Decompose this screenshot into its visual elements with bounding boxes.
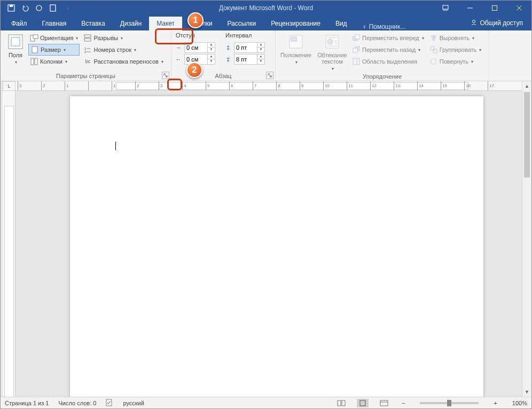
spacing-after-input[interactable]: ▲▼ xyxy=(234,54,265,65)
svg-rect-35 xyxy=(353,58,359,65)
hyphenation-icon: bc xyxy=(83,57,92,66)
svg-rect-45 xyxy=(360,400,365,406)
line-numbers-button[interactable]: 12Номера строк▾ xyxy=(82,44,165,56)
print-layout-button[interactable] xyxy=(357,399,369,407)
share-button[interactable]: Общий доступ xyxy=(465,16,528,30)
svg-rect-3 xyxy=(50,5,56,11)
vertical-ruler[interactable] xyxy=(3,91,15,397)
tab-design[interactable]: Дизайн xyxy=(113,17,149,30)
new-doc-icon[interactable] xyxy=(49,4,57,12)
svg-rect-34 xyxy=(353,48,357,52)
status-language[interactable]: русский xyxy=(123,400,144,406)
qat-customize-icon[interactable]: ▾ xyxy=(64,4,72,12)
undo-icon[interactable] xyxy=(21,4,29,12)
breaks-button[interactable]: Разрывы▾ xyxy=(82,32,165,44)
zoom-level[interactable]: 100% xyxy=(512,400,527,406)
ruler-corner[interactable]: L xyxy=(3,81,15,91)
size-icon xyxy=(30,45,39,54)
ruler-v-active xyxy=(4,106,14,397)
svg-rect-41 xyxy=(433,49,437,53)
text-cursor xyxy=(115,142,116,150)
send-backward-button: Переместить назад▾ xyxy=(350,44,426,56)
rotate-icon xyxy=(429,57,438,66)
svg-rect-44 xyxy=(342,400,345,406)
zoom-slider-thumb[interactable] xyxy=(447,400,451,406)
selection-pane-icon xyxy=(352,57,361,66)
tab-insert[interactable]: Вставка xyxy=(74,17,113,30)
title-bar: ▾ Документ Microsoft Word - Word xyxy=(1,1,531,16)
scroll-up-button[interactable]: ▲ xyxy=(522,81,531,91)
tab-layout[interactable]: Макет xyxy=(149,17,182,30)
size-button[interactable]: Размер▾ xyxy=(28,44,80,56)
indent-left-input[interactable]: ▲▼ xyxy=(184,42,215,53)
group-page-setup: Поля ▾ Ориентация▾ Размер▾ Колонки▾ Разр… xyxy=(1,30,171,81)
chevron-down-icon: ▾ xyxy=(15,60,17,65)
ribbon-options-button[interactable] xyxy=(433,1,458,16)
tell-me-search[interactable]: ♀ Помощник... xyxy=(358,23,410,30)
position-button: Положение▾ xyxy=(278,32,314,72)
status-page[interactable]: Страница 1 из 1 xyxy=(5,400,49,406)
minimize-button[interactable] xyxy=(458,1,482,16)
maximize-button[interactable] xyxy=(482,1,507,16)
ribbon: Поля ▾ Ориентация▾ Размер▾ Колонки▾ Разр… xyxy=(1,30,531,81)
read-mode-button[interactable] xyxy=(335,399,347,407)
margins-button[interactable]: Поля ▾ xyxy=(3,32,28,72)
svg-rect-17 xyxy=(84,35,91,37)
spacing-before-icon: ‡ xyxy=(223,44,233,51)
window-title: Документ Microsoft Word - Word xyxy=(219,4,313,12)
svg-point-9 xyxy=(473,20,475,22)
svg-point-2 xyxy=(36,5,42,11)
arrange-label: Упорядочение xyxy=(278,72,487,81)
indent-right-input[interactable]: ▲▼ xyxy=(184,54,215,65)
web-layout-button[interactable] xyxy=(378,399,390,407)
orientation-button[interactable]: Ориентация▾ xyxy=(28,32,80,44)
status-proofing-icon[interactable] xyxy=(106,399,113,407)
window-controls xyxy=(433,1,531,16)
tab-review[interactable]: Рецензирование xyxy=(263,17,328,30)
scroll-down-button[interactable]: ▼ xyxy=(522,387,531,397)
tab-mailings[interactable]: Рассылки xyxy=(220,17,263,30)
tab-file[interactable]: Файл xyxy=(4,17,35,30)
zoom-out-button[interactable]: − xyxy=(400,400,407,406)
close-button[interactable] xyxy=(507,1,531,16)
group-objects-button: Группировать▾ xyxy=(428,44,483,56)
svg-rect-39 xyxy=(433,38,435,40)
svg-rect-13 xyxy=(33,35,38,38)
ribbon-tab-strip: Файл Главная Вставка Дизайн Макет Ссылки… xyxy=(1,16,531,30)
svg-rect-46 xyxy=(380,400,388,406)
send-backward-icon xyxy=(352,45,361,54)
status-words[interactable]: Число слов: 0 xyxy=(58,400,96,406)
tab-view[interactable]: Вид xyxy=(328,17,355,30)
hyphenation-button[interactable]: bcРасстановка переносов▾ xyxy=(82,56,165,67)
spacing-before-input[interactable]: ▲▼ xyxy=(234,42,265,53)
svg-rect-6 xyxy=(492,6,497,11)
tab-home[interactable]: Главная xyxy=(35,17,74,30)
scroll-thumb[interactable] xyxy=(524,92,530,178)
position-icon xyxy=(287,33,304,50)
vertical-scrollbar[interactable]: ▲ ▼ xyxy=(522,81,531,397)
line-numbers-icon: 12 xyxy=(83,45,92,54)
horizontal-ruler[interactable]: 3211234567891011121314151617 xyxy=(15,81,522,91)
svg-rect-32 xyxy=(355,35,359,39)
page-setup-launcher[interactable] xyxy=(162,72,169,79)
align-button: Выровнять▾ xyxy=(428,32,483,44)
zoom-in-button[interactable]: + xyxy=(491,400,499,406)
paragraph-launcher[interactable] xyxy=(266,72,273,79)
svg-text:2: 2 xyxy=(84,50,87,53)
breaks-icon xyxy=(83,34,92,42)
spacing-header: Интервал xyxy=(223,32,273,42)
group-arrange: Положение▾ Обтекание текстом▾ Переместит… xyxy=(276,30,489,81)
save-icon[interactable] xyxy=(7,4,15,12)
redo-icon[interactable] xyxy=(35,4,43,12)
group-icon xyxy=(429,45,438,54)
callout-1: 1 xyxy=(187,12,204,28)
document-page[interactable] xyxy=(70,96,483,397)
svg-point-26 xyxy=(327,39,333,44)
svg-rect-10 xyxy=(9,35,22,49)
quick-access-toolbar: ▾ xyxy=(1,4,72,12)
columns-button[interactable]: Колонки▾ xyxy=(28,56,80,67)
svg-rect-18 xyxy=(84,38,91,41)
svg-rect-24 xyxy=(291,37,296,41)
status-bar: Страница 1 из 1 Число слов: 0 русский − … xyxy=(1,397,531,408)
zoom-slider[interactable] xyxy=(420,402,479,404)
